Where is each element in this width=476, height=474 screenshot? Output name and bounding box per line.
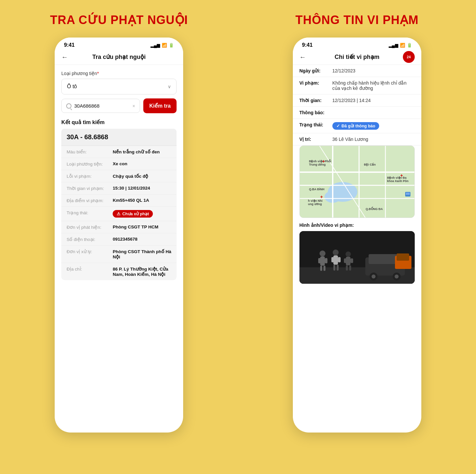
status-badge-not-processed: ⚠ Chưa xử phạt bbox=[113, 210, 153, 218]
svg-rect-39 bbox=[323, 266, 325, 271]
svg-rect-33 bbox=[397, 253, 409, 261]
detail-key-8: Đơn vị xử lý: bbox=[67, 249, 113, 254]
left-panel: TRA CỨU PHẠT NGUỘI 9:41 ▂▄▆ 📶 🔋 ← Tra cứ… bbox=[0, 0, 238, 439]
svg-rect-35 bbox=[320, 256, 325, 266]
detail-key-1: Loại phương tiện: bbox=[67, 161, 113, 167]
left-screen-content: Loại phương tiện* Ô tô ∨ 30A686868 × Kiể… bbox=[55, 65, 183, 433]
detail-val-7: 0912345678 bbox=[113, 237, 171, 242]
status-bar-right: 9:41 ▂▄▆ 📶 🔋 bbox=[293, 38, 421, 50]
svg-rect-43 bbox=[338, 257, 341, 262]
svg-rect-27 bbox=[369, 254, 398, 264]
field-label-vehicle: Loại phương tiện* bbox=[61, 71, 177, 76]
svg-text:Q.BA ĐÌNH: Q.BA ĐÌNH bbox=[309, 188, 324, 191]
svg-rect-45 bbox=[337, 265, 339, 271]
result-card: 30A - 68.6868 Màu biển: Nền trắng chữ số… bbox=[61, 129, 177, 280]
detail-row-1: Loại phương tiện: Xe con bbox=[61, 158, 177, 170]
check-icon: ✓ bbox=[336, 123, 340, 128]
svg-rect-37 bbox=[325, 258, 327, 263]
status-icons-right: ▂▄▆ 📶 🔋 bbox=[389, 43, 412, 48]
info-key-2: Thời gian: bbox=[299, 98, 332, 103]
detail-key-4: Địa điểm vi phạm: bbox=[67, 198, 113, 203]
detail-row-2: Lỗi vi phạm: Chạy quá tốc độ bbox=[61, 170, 177, 182]
search-input-text[interactable]: 30A686868 bbox=[74, 103, 130, 109]
info-key-0: Ngày gửi: bbox=[299, 68, 332, 73]
info-key-3: Thông báo: bbox=[299, 110, 332, 115]
back-button-left[interactable]: ← bbox=[61, 53, 68, 61]
svg-text:ung ương: ung ương bbox=[308, 202, 322, 206]
warning-icon: ⚠ bbox=[117, 211, 121, 216]
detail-val-1: Xe con bbox=[113, 161, 171, 166]
detail-row-3: Thời gian vi phạm: 15:30 | 12/01/2024 bbox=[61, 182, 177, 195]
info-val-5: 36 Lê Văn Lương bbox=[332, 137, 415, 142]
status-time-right: 9:41 bbox=[302, 42, 313, 48]
svg-text:h viện Nhi: h viện Nhi bbox=[308, 199, 322, 202]
search-button[interactable]: Kiểm tra bbox=[143, 98, 177, 113]
signal-icon-right: ▂▄▆ bbox=[389, 43, 398, 48]
right-screen-content: Ngày gửi: 12/12/2023 Vi phạm: Không chấp… bbox=[293, 65, 421, 433]
svg-text:+: + bbox=[400, 173, 403, 178]
detail-row-9: Địa chỉ: 86 P. Lý Thường Kiệt, Cửa Nam, … bbox=[61, 263, 177, 280]
svg-rect-23 bbox=[406, 193, 410, 195]
detail-val-3: 15:30 | 12/01/2024 bbox=[113, 186, 171, 191]
vehicle-type-select[interactable]: Ô tô ∨ bbox=[61, 79, 177, 94]
detail-key-9: Địa chỉ: bbox=[67, 266, 113, 272]
info-val-4: ✓ Đã gửi thông báo bbox=[332, 122, 415, 130]
search-input-box[interactable]: 30A686868 × bbox=[61, 99, 140, 113]
svg-rect-48 bbox=[344, 258, 347, 263]
photo-section-label: Hình ảnh/Video vi phạm: bbox=[293, 223, 421, 231]
right-screen-title: Chi tiết vi phạm bbox=[335, 53, 379, 61]
detail-row-4: Địa điểm vi phạm: Km55+450 QL 1A bbox=[61, 195, 177, 207]
left-phone-frame: 9:41 ▂▄▆ 📶 🔋 ← Tra cứu phạt nguội Loại p… bbox=[55, 38, 183, 433]
back-button-right[interactable]: ← bbox=[299, 53, 306, 61]
svg-text:Đội Cấn: Đội Cấn bbox=[364, 163, 376, 166]
detail-key-3: Thời gian vi phạm: bbox=[67, 186, 113, 191]
signal-icon: ▂▄▆ bbox=[151, 43, 160, 48]
detail-row-8: Đơn vị xử lý: Phòng CSGT Thành phố Hà Nộ… bbox=[61, 246, 177, 263]
search-icon bbox=[66, 103, 71, 109]
info-val-0: 12/12/2023 bbox=[332, 68, 415, 73]
detail-key-2: Lỗi vi phạm: bbox=[67, 173, 113, 179]
svg-rect-41 bbox=[333, 255, 338, 265]
svg-point-34 bbox=[320, 250, 325, 256]
notification-badge: 24 bbox=[403, 51, 415, 63]
svg-text:khoa Xanh Pôn: khoa Xanh Pôn bbox=[387, 179, 408, 183]
detail-key-7: Số điện thoại: bbox=[67, 237, 113, 242]
results-label: Kết quả tìm kiếm bbox=[61, 119, 177, 125]
left-screen-title: Tra cứu phạt nguội bbox=[92, 53, 146, 61]
detail-row-5: Trạng thái: ⚠ Chưa xử phạt bbox=[61, 207, 177, 221]
svg-rect-44 bbox=[333, 265, 335, 271]
map-area[interactable]: Q.BA ĐÌNH Q.ĐỐNG ĐA Bệnh viện Phổi Trung… bbox=[299, 145, 415, 218]
svg-text:+: + bbox=[320, 194, 323, 199]
info-row-3: Thông báo: bbox=[293, 107, 421, 119]
svg-point-29 bbox=[372, 275, 376, 278]
svg-rect-49 bbox=[350, 258, 353, 263]
detail-row-6: Đơn vị phát hiện: Phòng CSGT TP HCM bbox=[61, 221, 177, 233]
svg-point-40 bbox=[333, 250, 339, 255]
violation-photo bbox=[299, 231, 415, 284]
detail-row-0: Màu biển: Nền trắng chữ số đen bbox=[61, 146, 177, 158]
status-badge-sent: ✓ Đã gửi thông báo bbox=[332, 122, 379, 130]
svg-text:+: + bbox=[322, 159, 325, 164]
info-section: Ngày gửi: 12/12/2023 Vi phạm: Không chấp… bbox=[293, 65, 421, 145]
wifi-icon: 📶 bbox=[162, 43, 167, 48]
photo-svg bbox=[299, 231, 415, 284]
required-asterisk: * bbox=[97, 71, 99, 76]
right-phone-frame: 9:41 ▂▄▆ 📶 🔋 ← Chi tiết vi phạm 24 Ngày … bbox=[293, 38, 421, 433]
svg-rect-50 bbox=[346, 265, 348, 271]
svg-rect-47 bbox=[346, 257, 350, 265]
status-icons-left: ▂▄▆ 📶 🔋 bbox=[151, 43, 174, 48]
status-time-left: 9:41 bbox=[64, 42, 74, 48]
info-key-4: Trạng thái: bbox=[299, 122, 332, 127]
clear-icon[interactable]: × bbox=[132, 103, 135, 109]
detail-row-7: Số điện thoại: 0912345678 bbox=[61, 233, 177, 246]
result-plate: 30A - 68.6868 bbox=[67, 133, 108, 141]
left-screen-header: ← Tra cứu phạt nguội bbox=[55, 50, 183, 65]
detail-key-5: Trạng thái: bbox=[67, 210, 113, 215]
info-key-5: Vị trí: bbox=[299, 137, 332, 142]
svg-rect-38 bbox=[320, 266, 322, 271]
svg-rect-42 bbox=[331, 257, 334, 262]
svg-point-46 bbox=[346, 251, 351, 257]
battery-icon: 🔋 bbox=[169, 43, 174, 48]
svg-text:Bệnh viện Phổi: Bệnh viện Phổi bbox=[309, 159, 331, 163]
detail-val-4: Km55+450 QL 1A bbox=[113, 198, 171, 203]
